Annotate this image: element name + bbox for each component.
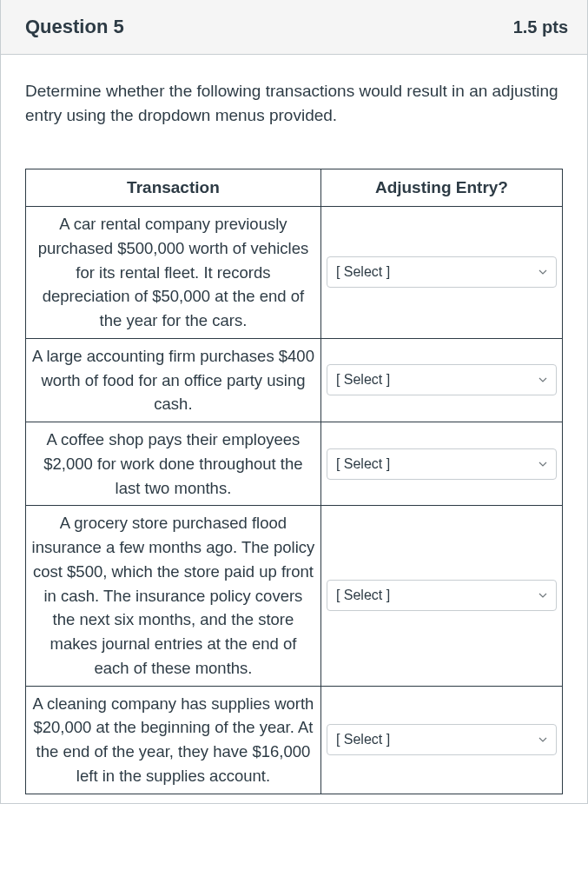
transaction-text: A cleaning company has supplies worth $2… — [26, 686, 321, 794]
question-body: Determine whether the following transact… — [1, 55, 587, 803]
col-header-adjusting: Adjusting Entry? — [320, 169, 562, 207]
transaction-text: A grocery store purchased flood insuranc… — [26, 506, 321, 686]
select-value: [ Select ] — [336, 732, 390, 747]
table-row: A grocery store purchased flood insuranc… — [26, 506, 563, 686]
table-row: A large accounting firm purchases $400 w… — [26, 338, 563, 422]
select-value: [ Select ] — [336, 588, 390, 603]
adjusting-cell: [ Select ] — [320, 506, 562, 686]
select-wrap: [ Select ] — [327, 448, 557, 480]
transaction-text: A large accounting firm purchases $400 w… — [26, 338, 321, 422]
adjusting-select[interactable]: [ Select ] — [327, 364, 557, 395]
select-wrap: [ Select ] — [327, 580, 557, 611]
adjusting-cell: [ Select ] — [320, 686, 562, 794]
table-row: A cleaning company has supplies worth $2… — [26, 686, 563, 794]
table-row: A coffee shop pays their employees $2,00… — [26, 422, 563, 506]
select-value: [ Select ] — [336, 456, 390, 472]
adjusting-select[interactable]: [ Select ] — [327, 580, 557, 611]
adjusting-cell: [ Select ] — [320, 207, 562, 339]
transactions-table: Transaction Adjusting Entry? A car renta… — [25, 169, 563, 794]
col-header-transaction: Transaction — [26, 169, 321, 207]
question-prompt: Determine whether the following transact… — [25, 79, 563, 127]
question-points: 1.5 pts — [513, 17, 568, 37]
transaction-text: A car rental company previously purchase… — [26, 207, 321, 339]
select-value: [ Select ] — [336, 372, 390, 388]
adjusting-select[interactable]: [ Select ] — [327, 448, 557, 480]
transaction-text: A coffee shop pays their employees $2,00… — [26, 422, 321, 506]
adjusting-select[interactable]: [ Select ] — [327, 724, 557, 755]
adjusting-cell: [ Select ] — [320, 422, 562, 506]
question-card: Question 5 1.5 pts Determine whether the… — [0, 0, 588, 804]
select-value: [ Select ] — [336, 264, 390, 280]
table-row: A car rental company previously purchase… — [26, 207, 563, 339]
adjusting-select[interactable]: [ Select ] — [327, 256, 557, 288]
question-title: Question 5 — [25, 16, 124, 38]
table-header-row: Transaction Adjusting Entry? — [26, 169, 563, 207]
adjusting-cell: [ Select ] — [320, 338, 562, 422]
select-wrap: [ Select ] — [327, 364, 557, 395]
select-wrap: [ Select ] — [327, 256, 557, 288]
question-header: Question 5 1.5 pts — [1, 0, 587, 55]
select-wrap: [ Select ] — [327, 724, 557, 755]
